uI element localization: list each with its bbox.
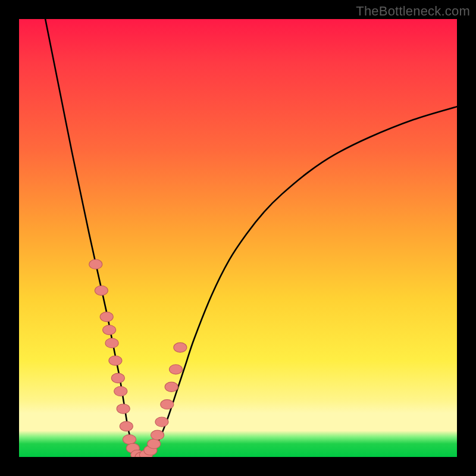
marker-dot: [114, 387, 127, 396]
marker-dot: [161, 400, 174, 409]
highlight-markers: [89, 259, 187, 457]
plot-area: [19, 19, 457, 457]
marker-dot: [165, 382, 178, 392]
marker-dot: [169, 365, 182, 374]
marker-dot: [151, 430, 164, 440]
watermark-text: TheBottleneck.com: [356, 4, 470, 19]
marker-dot: [111, 373, 124, 383]
marker-dot: [89, 259, 102, 269]
marker-dot: [95, 286, 108, 295]
bottleneck-curve: [45, 19, 457, 457]
marker-dot: [155, 417, 168, 427]
marker-dot: [100, 312, 113, 321]
marker-dot: [103, 325, 116, 334]
marker-dot: [105, 339, 118, 348]
marker-dot: [109, 356, 122, 365]
marker-dot: [174, 343, 187, 352]
chart-frame: TheBottleneck.com: [0, 0, 476, 476]
chart-svg: [19, 19, 457, 457]
marker-dot: [120, 421, 133, 431]
marker-dot: [123, 434, 136, 444]
marker-dot: [148, 439, 161, 449]
marker-dot: [117, 404, 130, 414]
